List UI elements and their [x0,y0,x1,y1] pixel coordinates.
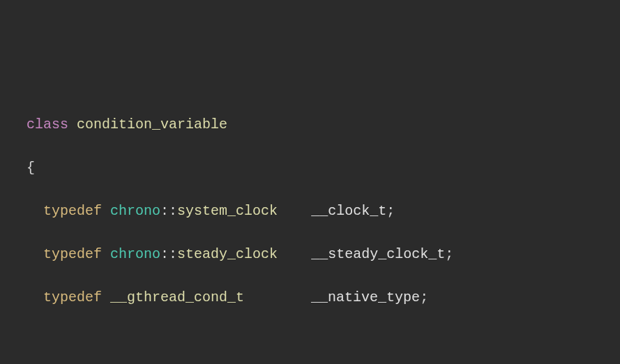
padding [278,203,311,219]
code-line: typedef __gthread_cond_t __native_type; [0,287,620,308]
keyword-typedef: typedef [43,203,102,219]
scope-operator: :: [160,246,177,262]
indent [10,160,27,176]
code-line-empty [0,330,620,351]
code-line: typedef chrono::steady_clock __steady_cl… [0,243,620,265]
padding [278,246,311,262]
open-brace: { [27,160,35,176]
namespace-chrono: chrono [110,246,160,262]
semicolon: ; [420,289,428,305]
class-name: condition_variable [77,116,227,132]
type-steady-clock: steady_clock [177,246,278,262]
indent [10,246,43,262]
type-system-clock: system_clock [177,203,278,219]
padding [244,289,311,305]
keyword-class: class [27,116,68,132]
indent [10,289,43,305]
type-gthread-cond-t: __gthread_cond_t [110,289,244,305]
code-line: class condition_variable [0,114,620,135]
semicolon: ; [386,203,395,219]
code-line: typedef chrono::system_clock __clock_t; [0,200,620,222]
semicolon: ; [445,246,453,262]
namespace-chrono: chrono [110,203,160,219]
code-line: { [0,157,620,179]
alias-native-type: __native_type [311,289,420,305]
keyword-typedef: typedef [43,289,102,305]
code-editor[interactable]: class condition_variable { typedef chron… [0,92,620,364]
alias-clock-t: __clock_t [311,203,386,219]
indent [10,203,43,219]
keyword-typedef: typedef [43,246,102,262]
scope-operator: :: [160,203,177,219]
alias-steady-clock-t: __steady_clock_t [311,246,445,262]
indent [10,116,27,132]
